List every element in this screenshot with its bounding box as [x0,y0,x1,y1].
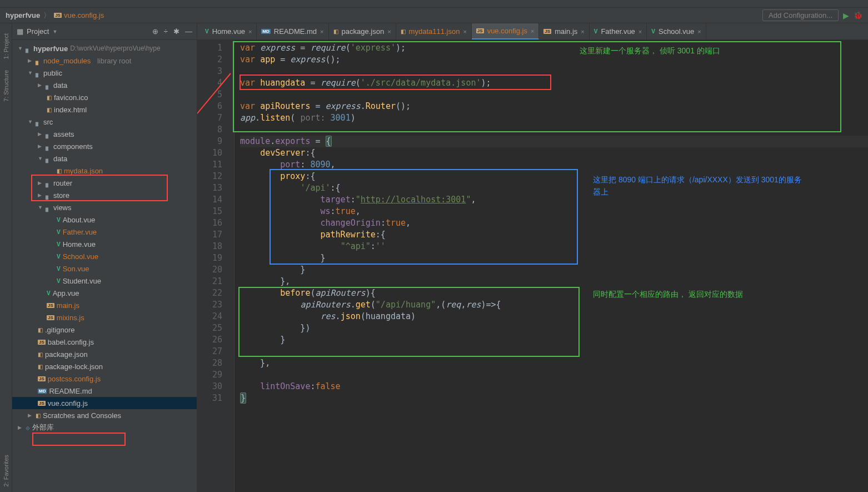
close-icon[interactable]: × [697,28,701,35]
editor-tab[interactable]: ◧package.json× [329,23,396,39]
tree-assets[interactable]: ▶▖ assets [12,128,197,140]
collapse-icon[interactable]: ÷ [164,27,168,36]
tree-mainjs[interactable]: JS main.js [12,299,197,311]
tree-app[interactable]: V App.vue [12,287,197,299]
editor-tab[interactable]: VSchool.vue× [647,23,706,39]
close-icon[interactable]: × [531,28,534,34]
code-editor[interactable]: 1234567891011121314151617181920212223242… [197,40,868,492]
json-file-icon: ◧ [38,364,43,370]
editor-tab[interactable]: JSvue.config.js× [472,23,540,39]
code-line[interactable] [240,346,868,357]
code-line[interactable]: pathRewrite:{ [240,229,868,241]
settings-icon[interactable]: ✱ [173,27,179,36]
close-icon[interactable]: × [638,28,642,35]
code-line[interactable]: lintOnSave:false [240,381,868,392]
tree-external[interactable]: ▶⟐ 外部库 [12,421,197,434]
tree-readme[interactable]: MD README.md [12,385,197,397]
close-icon[interactable]: × [320,28,323,35]
tree-components[interactable]: ▶▖ components [12,140,197,152]
run-icon[interactable]: ▶ [843,11,849,20]
sidebar-title[interactable]: Project [27,27,49,36]
editor-tab[interactable]: MDREADME.md× [257,23,328,39]
tree-favicon[interactable]: ◧ favicon.ico [12,91,197,103]
tree-son[interactable]: V Son.vue [12,262,197,275]
tree-home[interactable]: V Home.vue [12,238,197,250]
code-line[interactable]: var huangdata = require('./src/data/myda… [240,77,868,89]
code-line[interactable]: }, [240,276,868,287]
close-icon[interactable]: × [463,28,466,35]
breadcrumb-file[interactable]: JS vue.config.js [54,11,104,19]
tree-src-data[interactable]: ▼▖ data [12,152,197,165]
tree-node-modules[interactable]: ▶▖ node_modules library root [12,54,197,67]
debug-icon[interactable]: 🐞 [854,11,862,19]
code-line[interactable]: changeOrigin:true, [240,217,868,229]
code-line[interactable]: res.json(huangdata) [240,311,868,322]
tree-father[interactable]: V Father.vue [12,226,197,238]
rail-favorites[interactable]: 2: Favorites [3,455,9,486]
code-line[interactable]: }) [240,322,868,334]
tab-label: mydata111.json [409,27,460,36]
code-line[interactable]: devServer:{ [240,147,868,159]
code-line[interactable]: } [240,334,868,346]
code-line[interactable]: var apiRouters = express.Router(); [240,101,868,112]
dropdown-icon[interactable]: ▼ [52,29,57,34]
tree-router[interactable]: ▶▖ router [12,177,197,189]
add-configuration-button[interactable]: Add Configuration... [762,9,839,21]
editor-tab[interactable]: VFather.vue× [590,23,647,39]
tree-index[interactable]: ◧ index.html [12,103,197,116]
tree-vueconfig[interactable]: JS vue.config.js [12,397,197,409]
code-line[interactable]: ws:true, [240,206,868,217]
code-line[interactable] [240,124,868,136]
tree-store[interactable]: ▶▖ store [12,189,197,201]
code-line[interactable]: apiRouters.get("/api/huang",(req,res)=>{ [240,299,868,311]
tree-scratches[interactable]: ▶◧ Scratches and Consoles [12,409,197,421]
code-line[interactable]: module.exports = { [240,136,868,147]
rail-project[interactable]: 1: Project [3,33,9,59]
editor-tab[interactable]: ◧mydata111.json× [396,23,472,39]
lib-icon: ⟐ [26,424,30,432]
folder-icon: ▖ [46,142,51,151]
editor-tab[interactable]: VHome.vue× [201,23,257,39]
js-file-icon: JS [38,376,46,381]
tree-about[interactable]: V About.vue [12,213,197,226]
code-line[interactable] [240,89,868,101]
close-icon[interactable]: × [581,28,584,35]
project-tree[interactable]: ▼▖ hyperfvue D:\workVue\hyperproVue\hype… [12,40,197,492]
code-line[interactable]: var app = express(); [240,54,868,66]
code-line[interactable]: var express = require('express'); [240,42,868,54]
tree-babel[interactable]: JS babel.config.js [12,336,197,348]
tree-src[interactable]: ▼▖ src [12,116,197,128]
tree-public[interactable]: ▼▖ public [12,67,197,79]
tree-root[interactable]: ▼▖ hyperfvue D:\workVue\hyperproVue\hype [12,42,197,54]
hide-icon[interactable]: — [185,27,192,36]
tree-mydata[interactable]: ◧ mydata.json [12,165,197,177]
tree-school[interactable]: V School.vue [12,250,197,262]
sidebar-header: ▦ Project ▼ ⊕ ÷ ✱ — [12,23,197,40]
code-line[interactable] [240,369,868,381]
code-line[interactable]: } [240,264,868,276]
code-line[interactable]: } [240,252,868,264]
tree-packagejson[interactable]: ◧ package.json [12,348,197,360]
editor-tab[interactable]: JSmain.js× [539,23,589,39]
expand-icon[interactable]: ⊕ [152,27,158,36]
breadcrumb-root[interactable]: hyperfvue [6,11,40,19]
rail-structure[interactable]: 7: Structure [3,70,9,102]
tree-postcss[interactable]: JS postcss.config.js [12,372,197,385]
code-line[interactable]: }, [240,357,868,369]
close-icon[interactable]: × [387,28,391,35]
tree-views[interactable]: ▼▖ views [12,201,197,213]
code-area[interactable]: var express = require('express');var app… [235,40,868,492]
tree-public-data[interactable]: ▶▖ data [12,79,197,91]
tree-gitignore[interactable]: ◧ .gitignore [12,324,197,336]
tree-student[interactable]: V Student.vue [12,275,197,287]
code-line[interactable]: app.listen( port: 3001) [240,112,868,124]
code-line[interactable] [240,66,868,77]
tree-mixins[interactable]: JS mixins.js [12,311,197,324]
code-line[interactable]: "^api":'' [240,241,868,252]
tree-packagelock[interactable]: ◧ package-lock.json [12,360,197,372]
close-icon[interactable]: × [248,28,252,35]
annotation-text-blue1: 这里把 8090 端口上的请求（/api/XXXX）发送到 3001的服务器上 [593,173,804,198]
editor-tabs: VHome.vue×MDREADME.md×◧package.json×◧myd… [197,23,868,40]
code-line[interactable]: } [240,392,868,404]
code-line[interactable]: port: 8090, [240,159,868,171]
